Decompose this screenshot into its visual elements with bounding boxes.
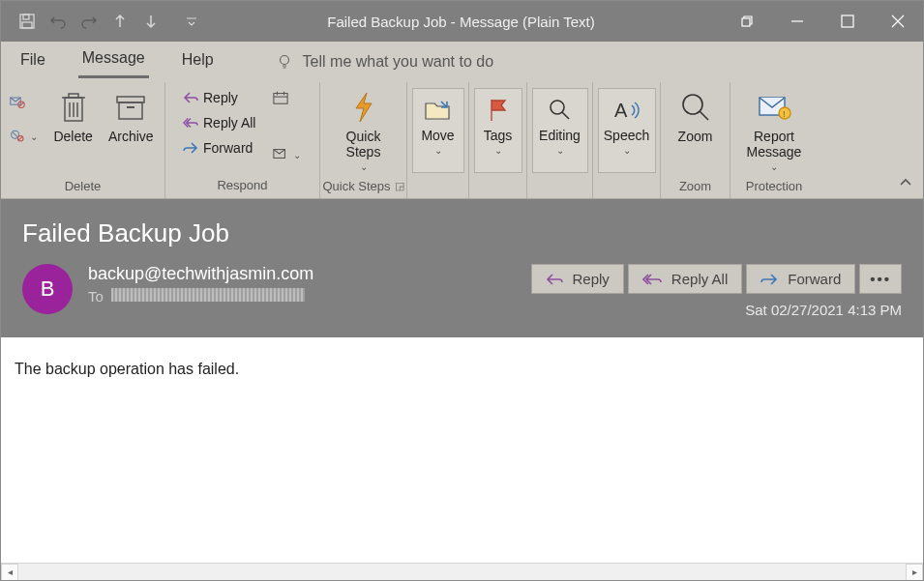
tags-label: Tags <box>484 128 513 143</box>
group-tags: Tags ⌄ <box>469 82 527 198</box>
svg-text:!: ! <box>783 109 786 119</box>
group-protection-label: Protection <box>746 177 803 196</box>
ignore-icon <box>10 94 25 109</box>
tell-me-search[interactable]: Tell me what you want to do <box>276 53 493 71</box>
report-message-icon: ! <box>757 90 791 125</box>
tab-message[interactable]: Message <box>78 45 149 78</box>
title-bar: Failed Backup Job - Message (Plain Text) <box>1 1 923 42</box>
avatar-initial: B <box>41 276 55 302</box>
dialog-launcher-icon[interactable]: ◲ <box>395 180 404 192</box>
scroll-left-icon[interactable]: ◂ <box>1 564 18 581</box>
tab-help[interactable]: Help <box>178 47 218 77</box>
editing-button[interactable]: Editing ⌄ <box>532 88 588 173</box>
svg-point-28 <box>551 101 564 114</box>
group-delete: ⌄ Delete Archive Delete <box>1 82 165 198</box>
archive-button[interactable]: Archive <box>101 86 162 177</box>
archive-label: Archive <box>108 129 154 144</box>
redo-icon <box>80 13 98 30</box>
reply-arrow-icon <box>183 90 198 105</box>
forward-arrow-icon <box>760 273 778 286</box>
move-folder-icon <box>421 97 456 124</box>
ignore-button[interactable] <box>4 92 44 111</box>
from-address[interactable]: backup@techwithjasmin.com <box>88 264 531 284</box>
junk-button[interactable]: ⌄ <box>4 126 44 145</box>
group-respond: Reply Reply All Forward ⌄ Respond <box>165 82 320 198</box>
svg-line-14 <box>19 136 23 140</box>
reply-label: Reply <box>203 90 238 105</box>
chevron-down-icon: ⌄ <box>623 145 631 156</box>
svg-rect-1 <box>23 15 29 19</box>
action-buttons: Reply Reply All Forward ••• <box>531 264 903 294</box>
forward-label: Forward <box>203 140 253 156</box>
header-forward-label: Forward <box>788 271 841 287</box>
chevron-down-icon: ⌄ <box>556 145 564 156</box>
delete-button[interactable]: Delete <box>45 86 100 177</box>
group-quick-steps: Quick Steps ⌄ Quick Steps◲ <box>320 82 407 198</box>
quick-steps-label: Quick Steps <box>346 129 381 160</box>
sender-avatar[interactable]: B <box>22 264 73 314</box>
magnifier-icon <box>678 90 713 125</box>
header-reply-button[interactable]: Reply <box>531 264 624 294</box>
more-icon <box>273 146 288 161</box>
speech-button[interactable]: A Speech ⌄ <box>598 88 656 173</box>
svg-point-8 <box>280 56 288 65</box>
tab-file[interactable]: File <box>16 47 49 77</box>
reply-all-label: Reply All <box>203 115 255 131</box>
delete-label: Delete <box>53 129 92 144</box>
window-title: Failed Backup Job - Message (Plain Text) <box>200 14 722 30</box>
report-message-button[interactable]: ! Report Message ⌄ <box>739 86 810 177</box>
ribbon-tabs: File Message Help Tell me what you want … <box>1 42 923 82</box>
header-forward-button[interactable]: Forward <box>746 264 855 294</box>
trash-icon <box>56 90 91 125</box>
svg-rect-2 <box>22 22 32 28</box>
chevron-down-icon: ⌄ <box>770 161 778 172</box>
lightbulb-icon <box>276 53 293 71</box>
chevron-down-icon: ⌄ <box>30 131 38 142</box>
reply-all-arrow-icon <box>642 273 662 286</box>
svg-rect-3 <box>742 18 750 26</box>
save-icon[interactable] <box>18 13 36 30</box>
junk-icon <box>10 128 25 143</box>
horizontal-scrollbar[interactable]: ◂ ▸ <box>1 563 923 580</box>
zoom-button[interactable]: Zoom <box>671 86 721 177</box>
group-delete-label: Delete <box>65 177 102 196</box>
maximize-icon[interactable] <box>822 1 873 42</box>
speech-label: Speech <box>604 128 649 143</box>
next-item-icon[interactable] <box>142 13 160 30</box>
calendar-icon <box>273 90 288 105</box>
header-reply-all-button[interactable]: Reply All <box>628 264 742 294</box>
svg-rect-20 <box>119 102 142 119</box>
group-respond-label: Respond <box>217 175 267 196</box>
group-protection: ! Report Message ⌄ Protection <box>730 82 818 198</box>
minimize-icon[interactable] <box>772 1 822 42</box>
header-more-actions-button[interactable]: ••• <box>859 264 902 294</box>
forward-button[interactable]: Forward <box>177 138 261 158</box>
tags-button[interactable]: Tags ⌄ <box>474 88 522 173</box>
move-button[interactable]: Move ⌄ <box>412 88 464 173</box>
restore-down-icon[interactable] <box>722 1 772 42</box>
read-aloud-icon: A <box>610 97 644 124</box>
archive-icon <box>113 90 148 125</box>
forward-arrow-icon <box>183 140 198 156</box>
reply-button[interactable]: Reply <box>177 88 261 107</box>
title-sep: - <box>447 14 460 30</box>
collapse-ribbon-icon[interactable] <box>896 173 915 192</box>
to-label: To <box>88 288 104 305</box>
previous-item-icon[interactable] <box>111 13 129 30</box>
message-date: Sat 02/27/2021 4:13 PM <box>745 302 902 318</box>
close-icon[interactable] <box>873 1 923 42</box>
message-header: Failed Backup Job B backup@techwithjasmi… <box>1 199 923 337</box>
more-respond-button[interactable]: ⌄ <box>267 144 307 163</box>
reply-all-button[interactable]: Reply All <box>177 113 261 132</box>
group-move: Move ⌄ <box>407 82 469 198</box>
scroll-right-icon[interactable]: ▸ <box>906 564 923 581</box>
svg-line-29 <box>562 112 569 119</box>
chevron-down-icon: ⌄ <box>434 145 442 156</box>
quick-steps-button[interactable]: Quick Steps ⌄ <box>339 86 389 177</box>
customize-qat-icon[interactable] <box>183 13 200 30</box>
group-zoom-label: Zoom <box>679 177 711 196</box>
flag-icon <box>481 97 516 124</box>
reply-all-arrow-icon <box>183 115 198 131</box>
report-message-label: Report Message <box>747 129 802 160</box>
meeting-button[interactable] <box>267 88 307 107</box>
